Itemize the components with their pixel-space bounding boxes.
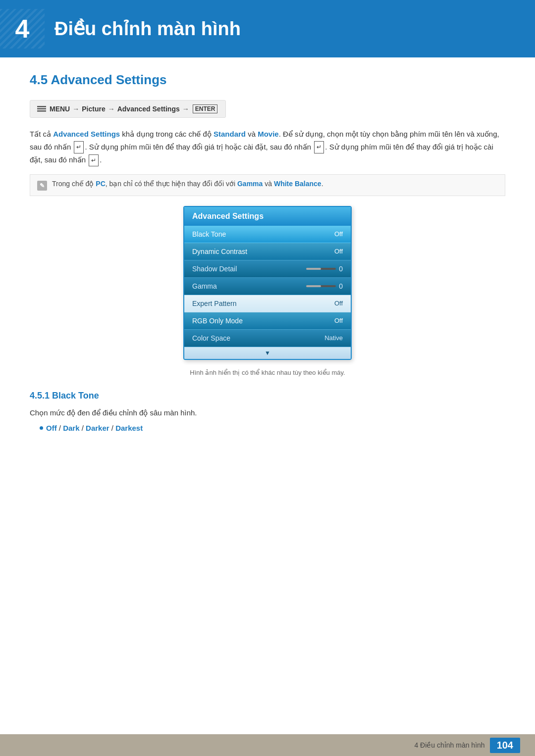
highlight-movie: Movie: [258, 130, 279, 138]
highlight-advanced-settings: Advanced Settings: [53, 130, 120, 138]
note-icon: ✎: [37, 181, 47, 191]
menu-item-rgb-only-mode[interactable]: RGB Only Mode Off: [184, 312, 351, 330]
note-gamma: Gamma: [237, 180, 263, 188]
option-off: Off: [46, 424, 57, 432]
nav-enter-label: ENTER: [193, 104, 218, 113]
highlight-standard: Standard: [214, 130, 246, 138]
nav-item2: Advanced Settings: [117, 105, 180, 113]
menu-label-color-space: Color Space: [192, 334, 230, 342]
footer-page-number: 104: [490, 738, 520, 753]
menu-label-shadow-detail: Shadow Detail: [192, 265, 237, 273]
chapter-title: Điều chỉnh màn hình: [54, 18, 241, 40]
bullet-text: Off / Dark / Darker / Darkest: [46, 424, 143, 432]
option-darkest: Darkest: [115, 424, 143, 432]
bullet-list: Off / Dark / Darker / Darkest: [30, 424, 505, 432]
menu-item-black-tone[interactable]: Black Tone Off: [184, 226, 351, 243]
note-wb: White Balance: [274, 180, 321, 188]
menu-label-rgb-only-mode: RGB Only Mode: [192, 317, 243, 325]
menu-value-color-space: Native: [324, 334, 343, 342]
menu-panel: Advanced Settings Black Tone Off Dynamic…: [183, 206, 352, 360]
menu-value-expert-pattern: Off: [334, 300, 343, 307]
nav-menu-label: MENU: [50, 105, 70, 113]
menu-item-expert-pattern[interactable]: Expert Pattern Off: [184, 295, 351, 312]
menu-item-gamma[interactable]: Gamma 0: [184, 278, 351, 295]
subsection-description: Chọn mức độ đen để điều chỉnh độ sâu màn…: [30, 407, 505, 419]
menu-item-dynamic-contrast[interactable]: Dynamic Contrast Off: [184, 243, 351, 260]
menu-label-expert-pattern: Expert Pattern: [192, 300, 237, 307]
note-text: Trong chế độ PC, bạn chỉ có thể thực hiệ…: [52, 180, 323, 188]
menu-icon: [37, 105, 46, 112]
menu-item-color-space[interactable]: Color Space Native: [184, 330, 351, 347]
chapter-header: 4 Điều chỉnh màn hình: [0, 0, 535, 57]
gamma-slider: 0: [306, 282, 343, 290]
section-heading: 4.5 Advanced Settings: [30, 72, 505, 88]
note-box: ✎ Trong chế độ PC, bạn chỉ có thể thực h…: [30, 174, 505, 196]
nav-arrow1: →: [72, 105, 79, 113]
enter-icon3: ↵: [89, 154, 99, 166]
enter-icon1: ↵: [74, 141, 84, 153]
subsection-heading: 4.5.1 Black Tone: [30, 391, 505, 401]
menu-label-dynamic-contrast: Dynamic Contrast: [192, 248, 247, 255]
option-darker: Darker: [86, 424, 109, 432]
menu-value-dynamic-contrast: Off: [334, 248, 343, 255]
menu-value-black-tone: Off: [334, 230, 343, 238]
menu-panel-header: Advanced Settings: [184, 207, 351, 226]
svg-rect-0: [37, 106, 46, 107]
nav-arrow2: →: [108, 105, 115, 113]
menu-value-rgb-only-mode: Off: [334, 317, 343, 324]
body-paragraph: Tất cả Advanced Settings khả dụng trong …: [30, 128, 505, 166]
note-pc: PC: [96, 180, 105, 188]
option-dark: Dark: [63, 424, 79, 432]
nav-item1: Picture: [82, 105, 105, 113]
menu-scroll-down[interactable]: ▼: [184, 347, 351, 359]
menu-label-gamma: Gamma: [192, 282, 217, 290]
nav-arrow3: →: [182, 105, 189, 113]
main-content: 4.5 Advanced Settings MENU → Picture → A…: [0, 72, 535, 432]
menu-label-black-tone: Black Tone: [192, 230, 226, 238]
page-footer: 4 Điều chỉnh màn hình 104: [0, 734, 535, 756]
nav-breadcrumb: MENU → Picture → Advanced Settings → ENT…: [30, 100, 226, 118]
svg-rect-2: [37, 110, 46, 112]
menu-item-shadow-detail[interactable]: Shadow Detail 0: [184, 260, 351, 278]
list-item: Off / Dark / Darker / Darkest: [40, 424, 505, 432]
gamma-value: 0: [339, 282, 343, 290]
bullet-dot: [40, 426, 43, 430]
footer-text: 4 Điều chỉnh màn hình: [414, 741, 484, 749]
image-caption: Hình ảnh hiển thị có thể khác nhau tùy t…: [30, 367, 505, 378]
chapter-number: 4: [0, 9, 45, 49]
svg-rect-1: [37, 108, 46, 110]
menu-panel-wrapper: Advanced Settings Black Tone Off Dynamic…: [30, 206, 505, 360]
enter-icon2: ↵: [314, 141, 324, 153]
shadow-detail-value: 0: [339, 265, 343, 273]
shadow-detail-slider: 0: [306, 265, 343, 273]
